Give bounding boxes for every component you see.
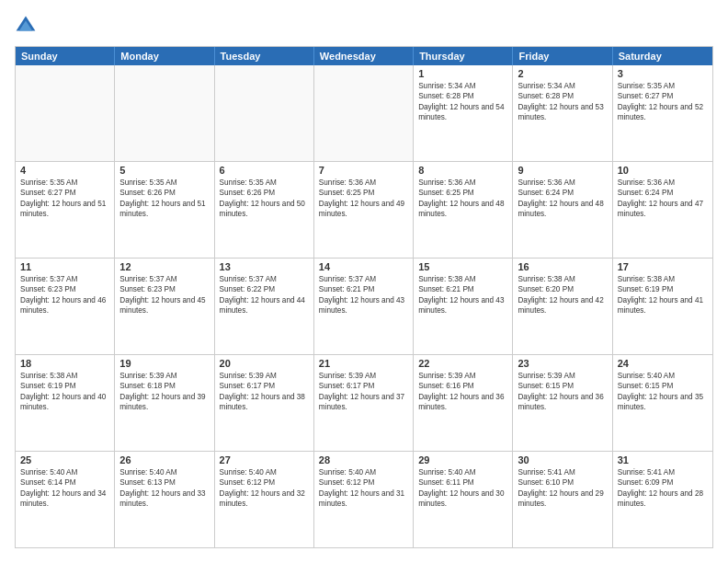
calendar-cell-14: 14Sunrise: 5:37 AMSunset: 6:21 PMDayligh… [314,259,414,354]
daylight-text: Daylight: 12 hours and 34 minutes. [20,488,109,510]
sunset-text: Sunset: 6:14 PM [20,477,109,488]
daylight-text: Daylight: 12 hours and 54 minutes. [418,102,507,123]
sunset-text: Sunset: 6:15 PM [618,381,708,391]
calendar-cell-empty-1 [115,65,214,161]
header [15,15,713,37]
daylight-text: Daylight: 12 hours and 52 minutes. [618,102,708,123]
daylight-text: Daylight: 12 hours and 50 minutes. [220,199,309,220]
calendar-cell-21: 21Sunrise: 5:39 AMSunset: 6:17 PMDayligh… [314,355,414,451]
day-number: 24 [618,358,708,369]
daylight-text: Daylight: 12 hours and 40 minutes. [20,392,109,413]
sunset-text: Sunset: 6:19 PM [20,381,109,391]
calendar-header-thursday: Thursday [414,47,513,65]
daylight-text: Daylight: 12 hours and 39 minutes. [119,392,209,413]
day-number: 4 [20,165,109,176]
daylight-text: Daylight: 12 hours and 31 minutes. [319,488,408,510]
day-number: 15 [418,261,507,272]
day-number: 22 [418,358,507,369]
sunrise-text: Sunrise: 5:37 AM [319,274,408,284]
calendar-cell-13: 13Sunrise: 5:37 AMSunset: 6:22 PMDayligh… [215,259,314,354]
page: SundayMondayTuesdayWednesdayThursdayFrid… [0,0,728,563]
sunrise-text: Sunrise: 5:35 AM [119,178,209,188]
daylight-text: Daylight: 12 hours and 49 minutes. [319,199,408,220]
day-number: 1 [418,68,507,79]
day-number: 25 [20,454,109,465]
day-number: 2 [518,68,607,79]
calendar-cell-empty-0 [16,65,115,161]
calendar-cell-26: 26Sunrise: 5:40 AMSunset: 6:13 PMDayligh… [115,452,214,547]
sunrise-text: Sunrise: 5:35 AM [618,81,708,91]
sunrise-text: Sunrise: 5:39 AM [518,371,607,381]
sunrise-text: Sunrise: 5:35 AM [220,178,309,188]
calendar-week-3: 11Sunrise: 5:37 AMSunset: 6:23 PMDayligh… [16,259,712,355]
calendar-cell-29: 29Sunrise: 5:40 AMSunset: 6:11 PMDayligh… [414,452,513,547]
sunrise-text: Sunrise: 5:36 AM [618,178,708,188]
day-number: 14 [319,261,408,272]
calendar-cell-8: 8Sunrise: 5:36 AMSunset: 6:25 PMDaylight… [414,162,513,258]
calendar-header-saturday: Saturday [613,47,712,65]
calendar: SundayMondayTuesdayWednesdayThursdayFrid… [15,46,713,548]
daylight-text: Daylight: 12 hours and 45 minutes. [119,295,209,316]
calendar-week-4: 18Sunrise: 5:38 AMSunset: 6:19 PMDayligh… [16,355,712,452]
daylight-text: Daylight: 12 hours and 32 minutes. [220,488,309,510]
sunrise-text: Sunrise: 5:37 AM [220,274,309,284]
sunrise-text: Sunrise: 5:39 AM [319,371,408,381]
calendar-header-friday: Friday [513,47,612,65]
calendar-header-monday: Monday [115,47,214,65]
day-number: 28 [319,454,408,465]
calendar-cell-27: 27Sunrise: 5:40 AMSunset: 6:12 PMDayligh… [215,452,314,547]
sunset-text: Sunset: 6:17 PM [319,381,408,391]
calendar-week-2: 4Sunrise: 5:35 AMSunset: 6:27 PMDaylight… [16,162,712,259]
sunset-text: Sunset: 6:20 PM [518,284,607,294]
daylight-text: Daylight: 12 hours and 47 minutes. [618,199,708,220]
sunset-text: Sunset: 6:12 PM [220,477,309,488]
logo [15,15,40,37]
sunrise-text: Sunrise: 5:40 AM [319,467,408,477]
sunrise-text: Sunrise: 5:38 AM [20,371,109,381]
sunset-text: Sunset: 6:25 PM [418,188,507,198]
day-number: 11 [20,261,109,272]
sunrise-text: Sunrise: 5:40 AM [418,467,507,477]
calendar-cell-20: 20Sunrise: 5:39 AMSunset: 6:17 PMDayligh… [215,355,314,451]
calendar-cell-10: 10Sunrise: 5:36 AMSunset: 6:24 PMDayligh… [613,162,712,258]
day-number: 29 [418,454,507,465]
day-number: 16 [518,261,607,272]
day-number: 7 [319,165,408,176]
calendar-cell-1: 1Sunrise: 5:34 AMSunset: 6:28 PMDaylight… [414,65,513,161]
daylight-text: Daylight: 12 hours and 42 minutes. [518,295,607,316]
sunset-text: Sunset: 6:16 PM [418,381,507,391]
sunset-text: Sunset: 6:21 PM [319,284,408,294]
sunset-text: Sunset: 6:12 PM [319,477,408,488]
sunrise-text: Sunrise: 5:38 AM [518,274,607,284]
sunrise-text: Sunrise: 5:37 AM [20,274,109,284]
calendar-cell-16: 16Sunrise: 5:38 AMSunset: 6:20 PMDayligh… [513,259,612,354]
day-number: 26 [119,454,209,465]
daylight-text: Daylight: 12 hours and 35 minutes. [618,392,708,413]
daylight-text: Daylight: 12 hours and 38 minutes. [220,392,309,413]
sunrise-text: Sunrise: 5:34 AM [418,81,507,91]
day-number: 21 [319,358,408,369]
calendar-cell-6: 6Sunrise: 5:35 AMSunset: 6:26 PMDaylight… [215,162,314,258]
calendar-header-wednesday: Wednesday [314,47,414,65]
calendar-cell-11: 11Sunrise: 5:37 AMSunset: 6:23 PMDayligh… [16,259,115,354]
calendar-cell-24: 24Sunrise: 5:40 AMSunset: 6:15 PMDayligh… [613,355,712,451]
sunrise-text: Sunrise: 5:39 AM [119,371,209,381]
daylight-text: Daylight: 12 hours and 51 minutes. [119,199,209,220]
sunrise-text: Sunrise: 5:38 AM [418,274,507,284]
sunrise-text: Sunrise: 5:36 AM [518,178,607,188]
calendar-header-tuesday: Tuesday [215,47,314,65]
sunset-text: Sunset: 6:28 PM [518,91,607,101]
daylight-text: Daylight: 12 hours and 48 minutes. [518,199,607,220]
sunrise-text: Sunrise: 5:39 AM [418,371,507,381]
sunrise-text: Sunrise: 5:40 AM [220,467,309,477]
calendar-cell-empty-3 [314,65,414,161]
calendar-cell-5: 5Sunrise: 5:35 AMSunset: 6:26 PMDaylight… [115,162,214,258]
calendar-cell-3: 3Sunrise: 5:35 AMSunset: 6:27 PMDaylight… [613,65,712,161]
calendar-week-1: 1Sunrise: 5:34 AMSunset: 6:28 PMDaylight… [16,65,712,162]
calendar-cell-25: 25Sunrise: 5:40 AMSunset: 6:14 PMDayligh… [16,452,115,547]
calendar-cell-15: 15Sunrise: 5:38 AMSunset: 6:21 PMDayligh… [414,259,513,354]
calendar-cell-4: 4Sunrise: 5:35 AMSunset: 6:27 PMDaylight… [16,162,115,258]
daylight-text: Daylight: 12 hours and 33 minutes. [119,488,209,510]
calendar-header: SundayMondayTuesdayWednesdayThursdayFrid… [16,47,712,65]
sunrise-text: Sunrise: 5:41 AM [518,467,607,477]
